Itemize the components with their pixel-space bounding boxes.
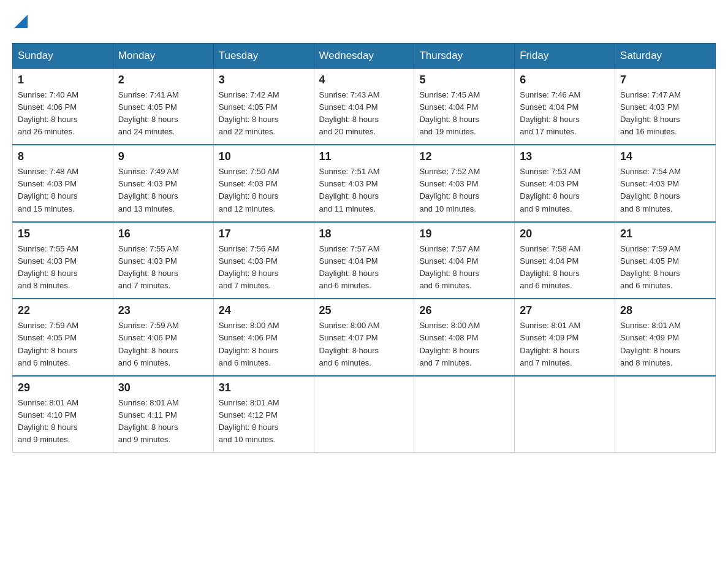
calendar-week-row: 22 Sunrise: 7:59 AM Sunset: 4:05 PM Dayl… [13,299,716,376]
day-info: Sunrise: 8:01 AM Sunset: 4:09 PM Dayligh… [620,320,710,369]
day-info: Sunrise: 7:57 AM Sunset: 4:04 PM Dayligh… [319,243,409,293]
day-info: Sunrise: 7:41 AM Sunset: 4:05 PM Dayligh… [118,89,208,139]
day-info: Sunrise: 7:55 AM Sunset: 4:03 PM Dayligh… [18,243,108,293]
calendar-cell: 15 Sunrise: 7:55 AM Sunset: 4:03 PM Dayl… [13,222,113,299]
calendar-cell: 17 Sunrise: 7:56 AM Sunset: 4:03 PM Dayl… [213,222,314,299]
day-number: 19 [419,228,509,240]
day-info: Sunrise: 7:59 AM Sunset: 4:06 PM Dayligh… [118,320,208,369]
svg-marker-0 [14,15,28,28]
day-info: Sunrise: 8:00 AM Sunset: 4:06 PM Dayligh… [219,320,309,369]
calendar-cell: 13 Sunrise: 7:53 AM Sunset: 4:03 PM Dayl… [515,145,615,222]
day-number: 12 [419,150,509,163]
day-number: 27 [520,304,610,317]
day-header-saturday: Saturday [615,43,716,68]
day-number: 25 [319,304,409,317]
calendar-cell [615,376,716,453]
calendar-cell: 2 Sunrise: 7:41 AM Sunset: 4:05 PM Dayli… [113,68,213,145]
day-header-monday: Monday [113,43,213,68]
calendar-cell: 22 Sunrise: 7:59 AM Sunset: 4:05 PM Dayl… [13,299,113,376]
calendar-cell: 30 Sunrise: 8:01 AM Sunset: 4:11 PM Dayl… [113,376,213,453]
day-header-sunday: Sunday [13,43,113,68]
day-header-wednesday: Wednesday [314,43,414,68]
day-info: Sunrise: 8:01 AM Sunset: 4:10 PM Dayligh… [18,397,108,446]
calendar-cell: 5 Sunrise: 7:45 AM Sunset: 4:04 PM Dayli… [414,68,515,145]
calendar-cell: 20 Sunrise: 7:58 AM Sunset: 4:04 PM Dayl… [515,222,615,299]
day-info: Sunrise: 7:54 AM Sunset: 4:03 PM Dayligh… [620,166,710,215]
calendar-cell: 21 Sunrise: 7:59 AM Sunset: 4:05 PM Dayl… [615,222,716,299]
calendar-cell: 1 Sunrise: 7:40 AM Sunset: 4:06 PM Dayli… [13,68,113,145]
day-info: Sunrise: 7:48 AM Sunset: 4:03 PM Dayligh… [18,166,108,215]
day-number: 17 [219,228,309,240]
day-number: 21 [620,228,710,240]
day-info: Sunrise: 7:53 AM Sunset: 4:03 PM Dayligh… [520,166,610,215]
day-info: Sunrise: 8:01 AM Sunset: 4:12 PM Dayligh… [219,397,309,446]
calendar-cell: 8 Sunrise: 7:48 AM Sunset: 4:03 PM Dayli… [13,145,113,222]
day-number: 7 [620,74,710,86]
day-info: Sunrise: 8:01 AM Sunset: 4:11 PM Dayligh… [118,397,208,446]
day-info: Sunrise: 7:52 AM Sunset: 4:03 PM Dayligh… [419,166,509,215]
calendar-header-row: SundayMondayTuesdayWednesdayThursdayFrid… [13,43,716,68]
day-number: 16 [118,228,208,240]
day-number: 6 [520,74,610,86]
day-info: Sunrise: 7:59 AM Sunset: 4:05 PM Dayligh… [18,320,108,369]
calendar-cell [314,376,414,453]
day-header-thursday: Thursday [414,43,515,68]
day-info: Sunrise: 7:56 AM Sunset: 4:03 PM Dayligh… [219,243,309,293]
calendar-cell: 31 Sunrise: 8:01 AM Sunset: 4:12 PM Dayl… [213,376,314,453]
day-number: 11 [319,150,409,163]
calendar-cell: 24 Sunrise: 8:00 AM Sunset: 4:06 PM Dayl… [213,299,314,376]
day-info: Sunrise: 7:42 AM Sunset: 4:05 PM Dayligh… [219,89,309,139]
calendar-cell: 6 Sunrise: 7:46 AM Sunset: 4:04 PM Dayli… [515,68,615,145]
day-info: Sunrise: 7:55 AM Sunset: 4:03 PM Dayligh… [118,243,208,293]
calendar-cell: 4 Sunrise: 7:43 AM Sunset: 4:04 PM Dayli… [314,68,414,145]
calendar-cell: 19 Sunrise: 7:57 AM Sunset: 4:04 PM Dayl… [414,222,515,299]
calendar-week-row: 8 Sunrise: 7:48 AM Sunset: 4:03 PM Dayli… [13,145,716,222]
day-header-friday: Friday [515,43,615,68]
day-number: 9 [118,150,208,163]
day-number: 4 [319,74,409,86]
calendar-cell: 9 Sunrise: 7:49 AM Sunset: 4:03 PM Dayli… [113,145,213,222]
calendar-cell: 23 Sunrise: 7:59 AM Sunset: 4:06 PM Dayl… [113,299,213,376]
day-number: 31 [219,381,309,394]
day-info: Sunrise: 7:43 AM Sunset: 4:04 PM Dayligh… [319,89,409,139]
day-info: Sunrise: 8:00 AM Sunset: 4:07 PM Dayligh… [319,320,409,369]
day-number: 20 [520,228,610,240]
day-number: 28 [620,304,710,317]
calendar-cell: 12 Sunrise: 7:52 AM Sunset: 4:03 PM Dayl… [414,145,515,222]
day-info: Sunrise: 7:40 AM Sunset: 4:06 PM Dayligh… [18,89,108,139]
day-info: Sunrise: 7:45 AM Sunset: 4:04 PM Dayligh… [419,89,509,139]
calendar-cell: 11 Sunrise: 7:51 AM Sunset: 4:03 PM Dayl… [314,145,414,222]
day-info: Sunrise: 7:47 AM Sunset: 4:03 PM Dayligh… [620,89,710,139]
calendar-week-row: 29 Sunrise: 8:01 AM Sunset: 4:10 PM Dayl… [13,376,716,453]
calendar-cell: 25 Sunrise: 8:00 AM Sunset: 4:07 PM Dayl… [314,299,414,376]
calendar-table: SundayMondayTuesdayWednesdayThursdayFrid… [12,43,716,453]
day-number: 1 [18,74,108,86]
day-number: 29 [18,381,108,394]
day-number: 26 [419,304,509,317]
calendar-cell: 16 Sunrise: 7:55 AM Sunset: 4:03 PM Dayl… [113,222,213,299]
calendar-cell [414,376,515,453]
day-info: Sunrise: 7:58 AM Sunset: 4:04 PM Dayligh… [520,243,610,293]
day-info: Sunrise: 8:01 AM Sunset: 4:09 PM Dayligh… [520,320,610,369]
logo [12,12,28,31]
day-info: Sunrise: 7:49 AM Sunset: 4:03 PM Dayligh… [118,166,208,215]
day-number: 13 [520,150,610,163]
day-number: 5 [419,74,509,86]
calendar-week-row: 1 Sunrise: 7:40 AM Sunset: 4:06 PM Dayli… [13,68,716,145]
calendar-cell: 7 Sunrise: 7:47 AM Sunset: 4:03 PM Dayli… [615,68,716,145]
day-info: Sunrise: 7:50 AM Sunset: 4:03 PM Dayligh… [219,166,309,215]
calendar-cell: 28 Sunrise: 8:01 AM Sunset: 4:09 PM Dayl… [615,299,716,376]
day-info: Sunrise: 7:46 AM Sunset: 4:04 PM Dayligh… [520,89,610,139]
logo-triangle-icon [14,15,28,28]
day-number: 24 [219,304,309,317]
calendar-cell [515,376,615,453]
day-number: 22 [18,304,108,317]
day-number: 10 [219,150,309,163]
calendar-cell: 29 Sunrise: 8:01 AM Sunset: 4:10 PM Dayl… [13,376,113,453]
day-number: 18 [319,228,409,240]
day-info: Sunrise: 8:00 AM Sunset: 4:08 PM Dayligh… [419,320,509,369]
day-number: 3 [219,74,309,86]
day-number: 15 [18,228,108,240]
day-number: 30 [118,381,208,394]
calendar-cell: 3 Sunrise: 7:42 AM Sunset: 4:05 PM Dayli… [213,68,314,145]
